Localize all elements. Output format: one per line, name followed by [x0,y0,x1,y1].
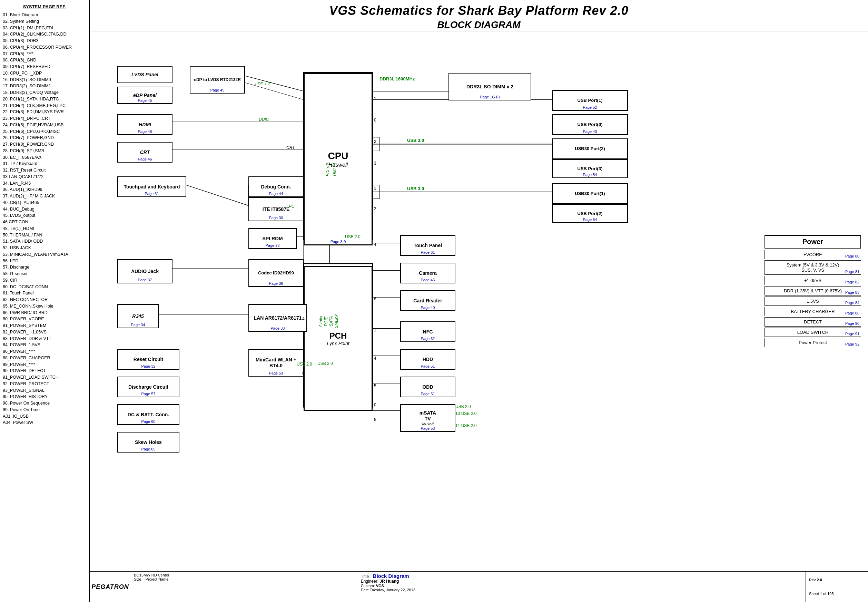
port-num-5b: 5 [374,417,377,422]
page-container: SYSTEM PAGE REF. 01. Block Diagram02. Sy… [0,0,868,602]
sidebar-item: 16. DDR3(1)_SO-DIMM0 [3,77,86,83]
usb-port1-box: USB Port(1) Page 52 [552,90,628,111]
sidebar-item: 80_POWER_VCORE [3,316,86,322]
lvds-panel-title: LVDS Panel [132,72,158,78]
sidebar-item: 53. MINICARD_WLAN/TV/mSATA [3,251,86,258]
port-num-4b: 4 [374,356,377,361]
sidebar-item: 66. PWR BRD/ IO BRD [3,310,86,316]
power-item-page: Page 90 [845,321,859,326]
sheet-label: Sheet [809,592,819,596]
lan-num-4: 4 [302,316,305,321]
codec-box: Codec ID92HD99 Page 36 [248,259,304,287]
crt-box: CRT Page 46 [117,142,173,163]
sidebar-item: 50. THERMAL / FAN [3,232,86,238]
svg-line-1 [245,83,304,100]
sidebar-item: 08. CPU(6)_GND [3,57,86,63]
edp-panel-box: eDP Panel Page 45 [117,87,173,104]
power-item: Power ProtectPage 92 [764,338,861,347]
sidebar-item: 23. PCH(4)_DP,PCI,CRT [3,115,86,122]
ddr3-box: DDR3L SO-DIMM x 2 Page 16-18 [449,73,531,100]
hdd-box: HDD Page 51 [400,349,455,370]
discharge-title: Discharge Circuit [129,384,168,390]
usb-port0-page: Page 43 [583,129,597,134]
usb30-port1b-box: USB30 Port(1) [552,183,628,204]
usb-port3-title: USB Port(3) [577,166,603,172]
sidebar-item: 21. PCH(2)_CLK,SMB,PEG,LPC [3,103,86,109]
footer-date-row: Date Tuesday, January 22, 2013 [361,588,803,592]
edp-lvds-box: eDP to LVDS RTD2132R Page 45 [190,66,245,94]
msata-page: Page 53 [421,426,435,430]
card-reader-title: Card Reader [413,298,442,304]
smlink-label-container: SMLink [333,273,340,370]
usb-port3-page: Page 54 [583,173,597,177]
power-items: +VCOREPage 80System (5V & 3.3V & 12V)SUS… [764,250,861,347]
sidebar-item: 02. System Setting [3,18,86,25]
schematic-area: CPU Haswell Page 3-9 PCH Lynx Point DDR3… [90,31,868,571]
msata-usb-10: 10 USB 2.0 [455,411,476,416]
footer-engineer-row: Engineer: JR Huang [361,579,803,584]
edp-panel-page: Page 45 [138,98,152,103]
sidebar-item: 48. TV(1)_HDMI [3,226,86,232]
engineer-value: JR Huang [380,579,399,584]
touch-panel-box: Touch Panel Page 61 [400,235,455,256]
edp-panel-title: eDP Panel [133,92,157,98]
usb-port3-box: USB Port(3) Page 54 [552,159,628,178]
usb30-port2-box: USB30 Port(2) [552,138,628,159]
sidebar-item: A01. IO_USB [3,413,86,420]
ddr3l-freq-label: DDR3L 1600MHz [380,76,415,81]
rev-label: Rev [809,578,816,582]
footer: PEGATRON BQ15MW RD Center Size Project N… [90,571,868,602]
usb30-label-bot: USB 3.0 [407,186,424,191]
usb-port2b-title: USB Port(2) [577,211,603,217]
sidebar-item: 33 LAN-QCA8171/72 [3,174,86,180]
minicard-num-9: 9 [302,371,305,376]
sidebar-item: 83_POWER_DDR & VTT [3,336,86,342]
sidebar-item: 26. PCH(7)_POWER,GND [3,135,86,141]
hdd-title: HDD [423,356,433,362]
sidebar-item: 04. CPU(2)_CLK,MISC,JTAG,DDI [3,31,86,38]
sidebar-item: 05. CPU(3)_DDR3 [3,38,86,44]
rev-value: 2.0 [817,578,822,582]
sidebar-item: 90_POWER_DETECT [3,368,86,374]
sidebar-item: 51. SATA HDD/ ODD [3,238,86,245]
touch-panel-page: Page 61 [421,250,435,254]
minicard-num-3: 3 [302,361,305,366]
ddr3-title: DDR3L SO-DIMM x 2 [467,84,513,90]
sidebar-item: 91_POWER_LOAD SWITCH [3,374,86,381]
port-num-0b: 0 [374,402,377,407]
dc-batt-box: DC & BATT. Conn. Page 60 [117,404,179,425]
port-num-5: 5 [374,384,377,389]
date-value: Tuesday, January 22, 2013 [370,588,415,592]
odd-title: ODD [422,384,433,390]
usb30-port2-title: USB30 Port(2) [575,146,605,152]
sidebar-item: 07. CPU(5)_**** [3,51,86,57]
usb30-label-top: USB 3.0 [407,138,424,143]
sidebar-item: 06. CPU(4)_PROCESSOR POWER [3,44,86,51]
spi-rom-page: Page 28 [266,243,280,247]
sidebar: SYSTEM PAGE REF. 01. Block Diagram02. Sy… [0,0,90,602]
lan-page: Page 33 [271,326,285,330]
sidebar-item: 34. LAN_RJ45 [3,180,86,187]
lan-box: LAN AR8172/AR8171 Page 33 [248,304,307,332]
hdmi-box: HDMI Page 48 [117,114,173,135]
sidebar-item: 84_POWER_1.5VS [3,342,86,348]
power-item: BATTERY CHARGERPage 88 [764,307,861,316]
sidebar-item: 65. ME_CONN,Skew Hole [3,303,86,310]
dmi-label-container: DMI x4 [331,76,338,263]
nfc-page: Page 62 [421,336,435,341]
power-title: Power [764,235,861,249]
skew-title: Skew Holes [135,439,162,445]
hdmi-title: HDMI [139,122,151,128]
hdd-page: Page 51 [421,364,435,368]
port-num-4: 4 [374,242,377,247]
sidebar-item: 81_POWER_SYSTEM [3,322,86,329]
sidebar-item: 01. Block Diagram [3,12,86,18]
sidebar-item: 17. DDR3(2)_SO-DIMM1 [3,83,86,89]
card-reader-page: Page 40 [421,306,435,310]
lan-title: LAN AR8172/AR8171 [254,315,302,321]
footer-rd-center: BQ15MW RD Center Size Project Name [131,571,358,602]
sidebar-item: 99. Power On Time [3,407,86,413]
sidebar-item: 93_POWER_SIGNAL [3,387,86,394]
codec-page: Page 36 [269,281,283,286]
fdi-label: FDI x 2 [325,163,330,177]
